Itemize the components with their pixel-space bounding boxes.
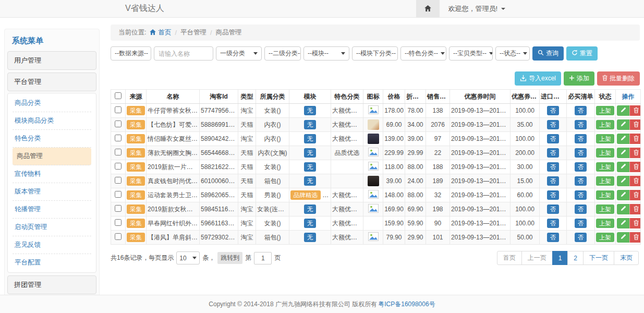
imported-toggle[interactable]: 否 [547, 162, 560, 172]
edit-button[interactable] [617, 204, 629, 214]
sidebar-group[interactable]: 用户管理 [7, 51, 96, 70]
imported-toggle[interactable]: 否 [547, 134, 560, 143]
breadcrumb-home-link[interactable]: 首页 [150, 28, 171, 37]
module-badge[interactable]: 无 [304, 204, 317, 214]
delete-button[interactable] [629, 176, 641, 186]
pager-button-1[interactable]: 1 [552, 251, 568, 265]
must-buy-toggle[interactable]: 否 [575, 134, 587, 143]
must-buy-toggle[interactable]: 否 [575, 176, 587, 186]
must-buy-toggle[interactable]: 否 [575, 120, 587, 129]
delete-button[interactable] [629, 190, 641, 200]
sidebar-item[interactable]: 模块商品分类 [13, 112, 91, 130]
edit-button[interactable] [617, 232, 629, 243]
module-badge[interactable]: 无 [304, 176, 317, 186]
must-buy-toggle[interactable]: 否 [575, 106, 587, 115]
sidebar-group[interactable]: 拼团管理 [7, 275, 96, 294]
delete-button[interactable] [629, 204, 641, 214]
sidebar-item[interactable]: 商品分类 [13, 94, 91, 112]
user-menu[interactable]: 欢迎您，管理员! [440, 0, 514, 17]
imported-toggle[interactable]: 否 [547, 176, 560, 186]
status-badge[interactable]: 上架 [596, 134, 614, 143]
row-checkbox[interactable] [115, 177, 121, 184]
sidebar-item[interactable]: 版本管理 [13, 183, 91, 201]
module-badge[interactable]: 无 [304, 106, 317, 115]
jump-button[interactable]: 跳转到 [217, 252, 242, 264]
must-buy-toggle[interactable]: 否 [575, 162, 587, 172]
module-badge[interactable]: 无 [304, 134, 317, 143]
edit-button[interactable] [617, 218, 629, 228]
sidebar-item[interactable]: 启动页管理 [13, 219, 91, 236]
pager-button-2[interactable]: 2 [567, 251, 584, 265]
edit-button[interactable] [617, 148, 629, 158]
must-buy-toggle[interactable]: 否 [575, 190, 587, 200]
icp-link[interactable]: 粤ICP备16098006号 [378, 300, 435, 309]
sidebar-item[interactable]: 轮播管理 [13, 201, 91, 219]
edit-button[interactable] [617, 162, 629, 172]
must-buy-toggle[interactable]: 否 [575, 219, 587, 228]
sidebar-group[interactable]: 平台管理 [7, 73, 96, 91]
delete-button[interactable] [629, 105, 641, 116]
row-checkbox[interactable] [115, 205, 121, 212]
must-buy-toggle[interactable]: 否 [575, 233, 587, 242]
status-badge[interactable]: 上架 [596, 233, 614, 242]
filter-select-item-type[interactable]: --宝贝类型-- [449, 46, 493, 61]
status-badge[interactable]: 上架 [596, 120, 614, 129]
delete-button[interactable] [629, 218, 641, 228]
edit-button[interactable] [617, 105, 629, 116]
edit-button[interactable] [617, 134, 629, 144]
status-badge[interactable]: 上架 [596, 176, 614, 186]
module-badge[interactable]: 无 [304, 162, 317, 172]
status-badge[interactable]: 上架 [596, 162, 614, 172]
row-checkbox[interactable] [115, 163, 121, 170]
pager-button-下一页[interactable]: 下一页 [583, 251, 614, 265]
row-checkbox[interactable] [115, 219, 121, 226]
sidebar-item[interactable]: 意见反馈 [13, 236, 91, 254]
delete-button[interactable] [629, 148, 641, 158]
sidebar-item[interactable]: 平台配置 [13, 254, 91, 271]
row-checkbox[interactable] [115, 149, 121, 155]
imported-toggle[interactable]: 否 [547, 106, 560, 115]
row-checkbox[interactable] [115, 106, 121, 113]
row-checkbox[interactable] [115, 121, 121, 127]
filter-select-status[interactable]: --状态-- [495, 46, 530, 61]
sidebar-item[interactable]: 宣传物料 [13, 165, 91, 183]
status-badge[interactable]: 上架 [596, 204, 614, 214]
pager-button-末页[interactable]: 末页 [614, 251, 639, 265]
filter-select-feature-category[interactable]: --特色分类-- [400, 46, 446, 61]
must-buy-toggle[interactable]: 否 [575, 148, 587, 158]
select-all-checkbox[interactable] [115, 92, 121, 99]
module-badge[interactable]: 无 [304, 120, 317, 129]
import-excel-button[interactable]: 导入excel [515, 71, 561, 86]
imported-toggle[interactable]: 否 [547, 190, 560, 200]
imported-toggle[interactable]: 否 [547, 148, 560, 158]
status-badge[interactable]: 上架 [596, 190, 614, 200]
per-page-select[interactable]: 10 [176, 251, 200, 264]
filter-select-level1-category[interactable]: 一级分类 [216, 46, 262, 61]
must-buy-toggle[interactable]: 否 [575, 204, 587, 214]
filter-select-level2-category[interactable]: --二级分类-- [264, 46, 301, 61]
filter-select-data-source[interactable]: --数据来源-- [111, 46, 151, 61]
delete-button[interactable] [629, 162, 641, 172]
status-badge[interactable]: 上架 [596, 106, 614, 115]
name-search-input[interactable] [154, 46, 213, 61]
delete-button[interactable] [629, 119, 641, 130]
sidebar-item-active[interactable]: 商品管理 [13, 148, 91, 165]
imported-toggle[interactable]: 否 [547, 120, 560, 129]
module-badge[interactable]: 无 [304, 219, 317, 228]
edit-button[interactable] [617, 119, 629, 130]
module-badge[interactable]: 无 [304, 233, 317, 242]
status-badge[interactable]: 上架 [596, 148, 614, 158]
delete-button[interactable] [629, 232, 641, 243]
module-badge[interactable]: 无 [304, 148, 317, 158]
page-number-input[interactable] [254, 252, 272, 264]
reset-button[interactable]: 重置 [566, 46, 598, 61]
edit-button[interactable] [617, 190, 629, 200]
imported-toggle[interactable]: 否 [547, 233, 560, 242]
row-checkbox[interactable] [115, 191, 121, 198]
filter-select-module-subcategory[interactable]: --模块下分类-- [352, 46, 398, 61]
home-button[interactable] [416, 0, 440, 17]
row-checkbox[interactable] [115, 233, 121, 240]
edit-button[interactable] [617, 176, 629, 186]
add-button[interactable]: 添加 [564, 71, 594, 86]
search-button[interactable]: 查询 [532, 46, 564, 61]
